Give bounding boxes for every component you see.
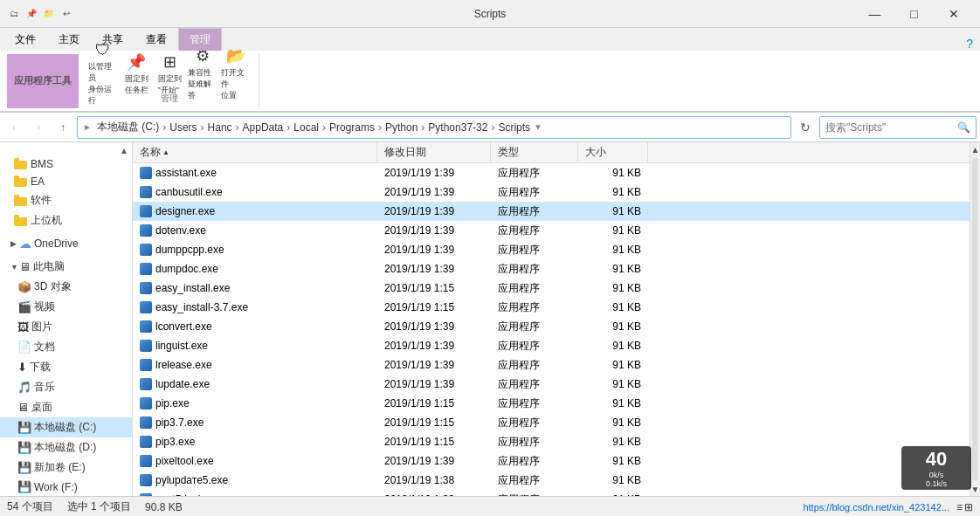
scroll-thumb[interactable] bbox=[972, 158, 978, 480]
col-header-name[interactable]: 名称 ▲ bbox=[133, 142, 377, 162]
compatibility-button[interactable]: ⚙ 兼容性疑难解答 bbox=[187, 58, 218, 91]
breadcrumb-c[interactable]: 本地磁盘 (C:) bbox=[95, 120, 161, 134]
scroll-up-button[interactable]: ▲ bbox=[970, 142, 980, 156]
minimize-button[interactable]: — bbox=[855, 1, 894, 27]
table-row[interactable]: designer.exe 2019/1/19 1:39 应用程序 91 KB bbox=[133, 202, 970, 221]
sidebar-item-bms[interactable]: BMS bbox=[0, 155, 132, 173]
open-location-button[interactable]: 📂 打开文件位置 bbox=[220, 58, 252, 91]
sidebar-item-music[interactable]: 🎵 音乐 bbox=[0, 377, 132, 397]
sidebar-item-doc[interactable]: 📄 文档 bbox=[0, 337, 132, 357]
back-button[interactable]: ‹ bbox=[3, 117, 24, 138]
maximize-button[interactable]: □ bbox=[894, 1, 934, 27]
table-row[interactable]: pip.exe 2019/1/19 1:15 应用程序 91 KB bbox=[133, 394, 970, 413]
forward-button[interactable]: › bbox=[28, 117, 49, 138]
pin-button[interactable]: 📌 固定到任务栏 bbox=[121, 58, 152, 91]
sidebar-item-picture[interactable]: 🖼 图片 bbox=[0, 317, 132, 337]
table-row[interactable]: easy_install-3.7.exe 2019/1/19 1:15 应用程序… bbox=[133, 298, 970, 317]
search-box[interactable]: 🔍 bbox=[819, 116, 977, 139]
table-row[interactable]: assistant.exe 2019/1/19 1:39 应用程序 91 KB bbox=[133, 163, 970, 182]
table-row[interactable]: pip3.7.exe 2019/1/19 1:15 应用程序 91 KB bbox=[133, 413, 970, 432]
status-bar-right: https://blog.csdn.net/xin_423142... ≡ ⊞ bbox=[803, 501, 973, 513]
table-row[interactable]: pixeltool.exe 2019/1/19 1:39 应用程序 91 KB bbox=[133, 451, 970, 471]
col-header-size[interactable]: 大小 bbox=[578, 142, 648, 162]
file-type: 应用程序 bbox=[498, 262, 540, 277]
sidebar-item-c[interactable]: 💾 本地磁盘 (C:) bbox=[0, 417, 132, 437]
tab-file[interactable]: 文件 bbox=[3, 28, 47, 51]
col-header-date[interactable]: 修改日期 bbox=[377, 142, 491, 162]
sidebar-item-download[interactable]: ⬇ 下载 bbox=[0, 357, 132, 377]
table-row[interactable]: canbusutil.exe 2019/1/19 1:39 应用程序 91 KB bbox=[133, 182, 970, 202]
breadcrumb-programs[interactable]: Programs bbox=[328, 121, 376, 134]
scroll-down-button[interactable]: ▼ bbox=[970, 482, 980, 496]
table-row[interactable]: pyqt5designer.exe 2019/1/19 1:39 应用程序 91… bbox=[133, 490, 970, 496]
file-date-cell: 2019/1/19 1:39 bbox=[377, 259, 491, 279]
address-box[interactable]: ► 本地磁盘 (C:) › Users › Hanc › AppData › L… bbox=[77, 116, 791, 139]
sidebar-label-ea: EA bbox=[31, 175, 45, 188]
file-name-cell: assistant.exe bbox=[133, 163, 377, 182]
run-as-admin-button[interactable]: 🛡 以管理员身份运行 bbox=[87, 58, 119, 91]
app-icon bbox=[140, 474, 152, 486]
table-row[interactable]: dotenv.exe 2019/1/19 1:39 应用程序 91 KB bbox=[133, 221, 970, 240]
table-row[interactable]: dumpdoc.exe 2019/1/19 1:39 应用程序 91 KB bbox=[133, 259, 970, 279]
file-size-cell: 91 KB bbox=[578, 221, 648, 240]
file-date-cell: 2019/1/19 1:15 bbox=[377, 432, 491, 451]
file-name: lupdate.exe bbox=[155, 378, 210, 390]
search-input[interactable] bbox=[825, 121, 957, 134]
breadcrumb-python[interactable]: Python bbox=[383, 121, 419, 134]
new-folder-icon[interactable]: 📁 bbox=[42, 7, 56, 21]
title-bar: 🗂 📌 📁 ↩ Scripts — □ ✕ bbox=[0, 0, 980, 28]
table-row[interactable]: lrelease.exe 2019/1/19 1:39 应用程序 91 KB bbox=[133, 355, 970, 375]
table-row[interactable]: lupdate.exe 2019/1/19 1:39 应用程序 91 KB bbox=[133, 375, 970, 394]
file-type-cell: 应用程序 bbox=[491, 298, 578, 317]
video-icon: 🎬 bbox=[17, 300, 31, 313]
sidebar-item-software[interactable]: 软件 bbox=[0, 190, 132, 210]
file-name-cell: easy_install.exe bbox=[133, 279, 377, 298]
file-type-cell: 应用程序 bbox=[491, 471, 578, 490]
file-date: 2019/1/19 1:15 bbox=[384, 282, 454, 294]
breadcrumb-hanc[interactable]: Hanc bbox=[206, 121, 234, 134]
sidebar-item-video[interactable]: 🎬 视频 bbox=[0, 297, 132, 317]
sidebar-item-3d[interactable]: 📦 3D 对象 bbox=[0, 277, 132, 297]
address-bar-row: ‹ › ↑ ► 本地磁盘 (C:) › Users › Hanc › AppDa… bbox=[0, 113, 980, 142]
tab-view[interactable]: 查看 bbox=[135, 28, 178, 51]
col-header-type[interactable]: 类型 bbox=[491, 142, 578, 162]
breadcrumb-scripts[interactable]: Scripts bbox=[496, 121, 532, 134]
sidebar-item-onedrive[interactable]: ▶ ☁ OneDrive bbox=[0, 234, 132, 253]
file-name-cell: dumpdoc.exe bbox=[133, 259, 377, 279]
sidebar-item-f[interactable]: 💾 Work (F:) bbox=[0, 478, 132, 496]
tab-home[interactable]: 主页 bbox=[47, 28, 91, 51]
list-view-icon[interactable]: ≡ bbox=[956, 501, 963, 513]
close-button[interactable]: ✕ bbox=[934, 1, 973, 27]
ribbon-help-icon[interactable]: ? bbox=[966, 37, 973, 51]
expand-onedrive[interactable]: ▶ bbox=[10, 239, 19, 248]
table-row[interactable]: dumppcpp.exe 2019/1/19 1:39 应用程序 91 KB bbox=[133, 240, 970, 259]
table-row[interactable]: pip3.exe 2019/1/19 1:15 应用程序 91 KB bbox=[133, 432, 970, 451]
sidebar-item-upper[interactable]: 上位机 bbox=[0, 210, 132, 230]
sidebar-item-e[interactable]: 💾 新加卷 (E:) bbox=[0, 458, 132, 478]
tab-manage[interactable]: 管理 bbox=[178, 28, 222, 51]
breadcrumb-local[interactable]: Local bbox=[292, 121, 321, 134]
table-row[interactable]: lconvert.exe 2019/1/19 1:39 应用程序 91 KB bbox=[133, 317, 970, 336]
expand-pc[interactable]: ▼ bbox=[10, 263, 19, 272]
sidebar-item-pc[interactable]: ▼ 🖥 此电脑 bbox=[0, 257, 132, 277]
pin-start-button[interactable]: ⊞ 固定到"开始" bbox=[154, 58, 185, 91]
sidebar-scroll-up[interactable]: ▲ bbox=[120, 146, 128, 155]
quick-access-icon[interactable]: 📌 bbox=[24, 7, 38, 21]
breadcrumb-users[interactable]: Users bbox=[168, 121, 198, 134]
table-row[interactable]: easy_install.exe 2019/1/19 1:15 应用程序 91 … bbox=[133, 279, 970, 298]
undo-icon[interactable]: ↩ bbox=[59, 7, 73, 21]
file-name-cell: dotenv.exe bbox=[133, 221, 377, 240]
grid-view-icon[interactable]: ⊞ bbox=[964, 501, 973, 513]
sidebar-item-desktop[interactable]: 🖥 桌面 bbox=[0, 397, 132, 417]
table-row[interactable]: linguist.exe 2019/1/19 1:39 应用程序 91 KB bbox=[133, 336, 970, 355]
file-date: 2019/1/19 1:15 bbox=[384, 416, 454, 429]
refresh-button[interactable]: ↻ bbox=[795, 117, 816, 138]
breadcrumb-appdata[interactable]: AppData bbox=[241, 121, 286, 134]
breadcrumb-python37[interactable]: Python37-32 bbox=[426, 121, 489, 134]
up-button[interactable]: ↑ bbox=[52, 117, 73, 138]
sidebar-item-ea[interactable]: EA bbox=[0, 173, 132, 190]
table-row[interactable]: pylupdате5.exe 2019/1/19 1:38 应用程序 91 KB bbox=[133, 471, 970, 490]
file-type: 应用程序 bbox=[498, 166, 540, 181]
sidebar-item-d[interactable]: 💾 本地磁盘 (D:) bbox=[0, 437, 132, 458]
right-scrollbar[interactable]: ▲ ▼ bbox=[970, 142, 980, 496]
